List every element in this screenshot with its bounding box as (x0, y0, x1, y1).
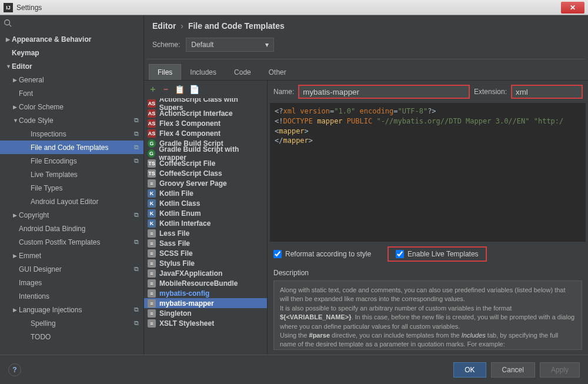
sidebar-item-file-encodings[interactable]: File Encodings⧉ (0, 154, 143, 168)
svg-line-1 (9, 25, 12, 27)
svg-point-0 (5, 20, 10, 25)
cancel-button[interactable]: Cancel (491, 362, 535, 378)
sidebar-item-code-style[interactable]: ▼Code Style⧉ (0, 113, 143, 127)
scope-icon: ⧉ (134, 238, 139, 246)
remove-template-button[interactable]: － (162, 84, 170, 95)
template-item-kotlin-class[interactable]: KKotlin Class (144, 198, 267, 208)
sidebar-item-gui-designer[interactable]: GUI Designer⧉ (0, 262, 143, 276)
tab-files[interactable]: Files (149, 64, 181, 80)
sidebar-item-android-data-binding[interactable]: Android Data Binding (0, 222, 143, 235)
paste-template-button[interactable]: 📄 (189, 85, 199, 94)
file-type-icon: ≡ (148, 309, 156, 318)
template-item-javafxapplication[interactable]: ≡JavaFXApplication (144, 268, 267, 278)
caret-icon: ▶ (13, 77, 19, 83)
sidebar-item-custom-postfix-templates[interactable]: Custom Postfix Templates⧉ (0, 235, 143, 249)
sidebar-item-general[interactable]: ▶General (0, 73, 143, 86)
settings-tree[interactable]: ▶Appearance & BehaviorKeymap▼Editor▶Gene… (0, 32, 143, 355)
sidebar-item-intentions[interactable]: Intentions (0, 289, 143, 303)
template-item-kotlin-interface[interactable]: KKotlin Interface (144, 218, 267, 228)
template-item-coffeescript-class[interactable]: TSCoffeeScript Class (144, 168, 267, 178)
template-item-actionscript-class-with-supers[interactable]: ASActionScript Class with Supers (144, 98, 267, 108)
template-item-groovy-server-page[interactable]: ≡Groovy Server Page (144, 178, 267, 188)
template-item-mybatis-mapper[interactable]: ≡mybatis-mapper (144, 298, 267, 308)
sidebar-item-language-injections[interactable]: ▶Language Injections⧉ (0, 303, 143, 316)
template-name-input[interactable] (299, 85, 469, 98)
apply-button[interactable]: Apply (540, 362, 580, 378)
search-bar[interactable] (0, 15, 143, 32)
file-type-icon: K (148, 199, 156, 208)
template-item-kotlin-file[interactable]: KKotlin File (144, 188, 267, 198)
sidebar-item-label: Images (19, 279, 42, 287)
dialog-footer: ? OK Cancel Apply (0, 355, 588, 384)
template-item-label: Stylus File (159, 259, 195, 268)
enable-live-templates-checkbox[interactable] (396, 250, 404, 258)
scope-icon: ⧉ (134, 157, 139, 165)
sidebar-item-spelling[interactable]: Spelling⧉ (0, 316, 143, 330)
sidebar-item-label: File and Code Templates (31, 143, 109, 152)
close-button[interactable]: ✕ (561, 2, 584, 14)
template-item-stylus-file[interactable]: ≡Stylus File (144, 258, 267, 268)
tab-other[interactable]: Other (260, 64, 295, 80)
tab-includes[interactable]: Includes (181, 64, 225, 80)
reformat-checkbox-label[interactable]: Reformat according to style (273, 250, 371, 258)
file-type-icon: ≡ (148, 319, 156, 328)
sidebar-item-label: Intentions (19, 292, 49, 300)
template-item-flex-4-component[interactable]: ASFlex 4 Component (144, 128, 267, 138)
sidebar-item-label: Font (19, 89, 33, 98)
template-item-label: Flex 4 Component (159, 129, 220, 138)
sidebar-item-file-and-code-templates[interactable]: File and Code Templates⧉ (0, 141, 143, 154)
sidebar-item-label: Custom Postfix Templates (19, 238, 101, 246)
reformat-checkbox[interactable] (273, 250, 282, 258)
ok-button[interactable]: OK (453, 362, 486, 378)
scope-icon: ⧉ (134, 211, 139, 219)
template-item-kotlin-enum[interactable]: KKotlin Enum (144, 208, 267, 218)
file-type-icon: K (148, 219, 156, 228)
template-item-gradle-build-script-with-wrapper[interactable]: GGradle Build Script with wrapper (144, 148, 267, 158)
sidebar-item-android-layout-editor[interactable]: Android Layout Editor (0, 195, 143, 208)
template-item-label: ActionScript Interface (159, 109, 233, 118)
sidebar-item-label: Editor (12, 62, 32, 71)
tab-code[interactable]: Code (225, 64, 260, 80)
breadcrumb-part1: Editor (152, 21, 176, 31)
sidebar-item-color-scheme[interactable]: ▶Color Scheme (0, 100, 143, 113)
sidebar-item-appearance-behavior[interactable]: ▶Appearance & Behavior (0, 32, 143, 46)
template-item-flex-3-component[interactable]: ASFlex 3 Component (144, 118, 267, 128)
sidebar-item-editor[interactable]: ▼Editor (0, 59, 143, 73)
file-type-icon: AS (148, 99, 156, 108)
scheme-select[interactable]: Default ▾ (186, 38, 274, 52)
template-list[interactable]: ASActionScript Class with SupersASAction… (144, 98, 267, 355)
caret-icon: ▼ (6, 64, 12, 69)
sidebar-item-copyright[interactable]: ▶Copyright⧉ (0, 208, 143, 222)
template-editor: Name: Extension: <?xml version="1.0" enc… (268, 81, 588, 355)
sidebar-item-emmet[interactable]: ▶Emmet (0, 249, 143, 262)
template-item-mybatis-config[interactable]: ≡mybatis-config (144, 288, 267, 298)
template-item-singleton[interactable]: ≡Singleton (144, 308, 267, 318)
file-type-icon: ≡ (148, 229, 156, 238)
sidebar-item-keymap[interactable]: Keymap (0, 46, 143, 59)
template-item-scss-file[interactable]: ≡SCSS File (144, 248, 267, 258)
sidebar-item-inspections[interactable]: Inspections⧉ (0, 127, 143, 141)
template-code-editor[interactable]: <?xml version="1.0" encoding="UTF-8"?> <… (270, 103, 586, 242)
template-item-mobileresourcebundle[interactable]: ≡MobileResourceBundle (144, 278, 267, 288)
extension-label: Extension: (474, 88, 507, 96)
template-item-label: Kotlin Enum (159, 209, 201, 218)
description-box: Along with static text, code and comment… (273, 281, 582, 350)
template-item-less-file[interactable]: ≡Less File (144, 228, 267, 238)
add-template-button[interactable]: ＋ (149, 84, 157, 95)
scope-icon: ⧉ (134, 265, 139, 273)
template-item-xslt-stylesheet[interactable]: ≡XSLT Stylesheet (144, 318, 267, 328)
sidebar-item-todo[interactable]: TODO (0, 330, 143, 343)
sidebar-item-live-templates[interactable]: Live Templates (0, 168, 143, 181)
sidebar-item-label: Inspections (31, 130, 66, 138)
template-extension-input[interactable] (512, 85, 582, 98)
copy-template-button[interactable]: 📋 (175, 85, 185, 94)
template-item-label: MobileResourceBundle (159, 279, 238, 288)
file-type-icon: ≡ (148, 289, 156, 298)
template-item-sass-file[interactable]: ≡Sass File (144, 238, 267, 248)
help-button[interactable]: ? (8, 363, 21, 376)
sidebar-item-images[interactable]: Images (0, 276, 143, 289)
sidebar-item-font[interactable]: Font (0, 86, 143, 100)
sidebar-item-file-types[interactable]: File Types (0, 181, 143, 195)
enable-live-templates-label[interactable]: Enable Live Templates (389, 248, 486, 261)
template-item-label: Kotlin Interface (159, 219, 211, 228)
